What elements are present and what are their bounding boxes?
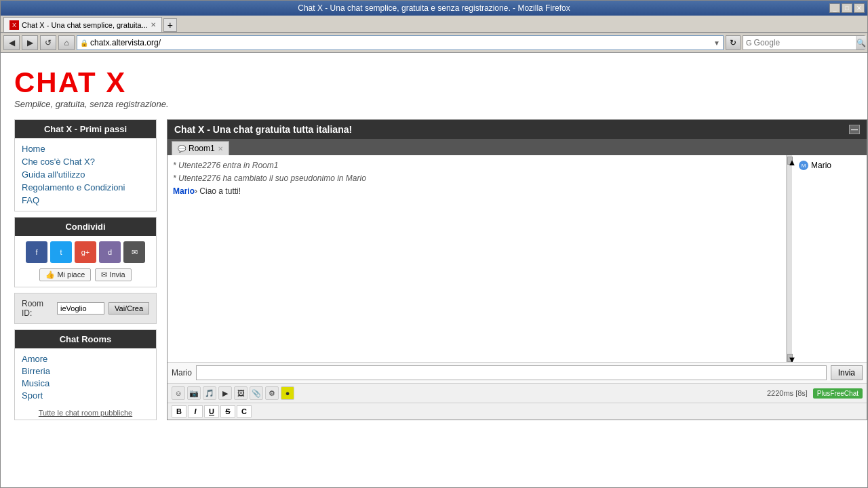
chat-status-area: 2220ms [8s] PlusFreeChat bbox=[767, 388, 863, 399]
chat-window: Chat X - Una chat gratuita tutta italian… bbox=[167, 119, 867, 420]
chat-input-area: Mario Invia bbox=[167, 362, 867, 383]
chat-username-label: Mario bbox=[172, 368, 192, 378]
chat-titlebar: Chat X - Una chat gratuita tutta italian… bbox=[167, 120, 867, 139]
tab-close-icon[interactable]: ✕ bbox=[151, 21, 156, 28]
site-title: CHAT X bbox=[14, 66, 169, 99]
free-chat-badge: PlusFreeChat bbox=[813, 388, 863, 399]
condividi-buttons: 👍 Mi piace ✉ Invia bbox=[15, 268, 156, 287]
tool-attach-icon[interactable]: 📎 bbox=[250, 386, 263, 400]
restore-button[interactable]: □ bbox=[842, 3, 852, 13]
site-subtitle: Semplice, gratuita, senza registrazione. bbox=[14, 99, 169, 109]
room-id-input[interactable] bbox=[57, 302, 104, 314]
chat-scrollbar[interactable]: ▲ ▼ bbox=[787, 155, 792, 362]
username-mario: Mario bbox=[811, 161, 831, 170]
sidebar: Chat X - Primi passi Home Che cos'è Chat… bbox=[14, 119, 157, 420]
room-sport[interactable]: Sport bbox=[22, 390, 149, 401]
googleplus-icon[interactable]: g+ bbox=[75, 241, 96, 263]
address-reload-button[interactable]: ↻ bbox=[726, 35, 741, 50]
new-tab-button[interactable]: + bbox=[163, 18, 177, 32]
sidebar-section-primipassi: Chat X - Primi passi Home Che cos'è Chat… bbox=[14, 119, 157, 211]
format-code-button[interactable]: C bbox=[237, 405, 252, 418]
forward-button[interactable]: ▶ bbox=[22, 35, 38, 50]
chat-tools-left: ☺ 📷 🎵 ▶ 🖼 📎 ⚙ ● bbox=[172, 386, 294, 400]
sidebar-item-home[interactable]: Home bbox=[22, 144, 149, 154]
search-bar[interactable]: G 🔍 bbox=[743, 35, 865, 50]
share-email-icon[interactable]: ✉ bbox=[123, 241, 145, 263]
vai-crea-button[interactable]: Vai/Crea bbox=[108, 302, 149, 314]
chat-tab-icon: 💬 bbox=[178, 145, 186, 152]
tool-audio-icon[interactable]: 🎵 bbox=[203, 386, 216, 400]
condividi-icons: f t g+ d ✉ bbox=[15, 236, 156, 268]
chat-toolbar: ☺ 📷 🎵 ▶ 🖼 📎 ⚙ ● 2220ms [8s] bbox=[167, 383, 867, 403]
page-content: CHAT X Semplice, gratuita, senza registr… bbox=[1, 53, 867, 487]
room-id-label: Room ID: bbox=[22, 299, 53, 318]
title-bar: Chat X - Una chat semplice, gratuita e s… bbox=[1, 1, 867, 16]
format-underline-button[interactable]: U bbox=[204, 405, 219, 418]
window-title: Chat X - Una chat semplice, gratuita e s… bbox=[6, 3, 862, 13]
chat-tabs: 💬 Room1 ✕ bbox=[167, 139, 867, 155]
sidebar-item-guida[interactable]: Guida all'utilizzo bbox=[22, 169, 149, 180]
chat-body: * Utente2276 entra in Room1 * Utente2276… bbox=[167, 155, 867, 362]
page-inner: CHAT X Semplice, gratuita, senza registr… bbox=[1, 53, 867, 487]
chat-message-system-2: * Utente2276 ha cambiato il suo pseudoni… bbox=[173, 172, 781, 185]
room-musica[interactable]: Musica bbox=[22, 378, 149, 388]
address-icon: 🔒 bbox=[80, 39, 88, 47]
invia-button[interactable]: ✉ Invia bbox=[95, 268, 131, 281]
home-button[interactable]: ⌂ bbox=[58, 35, 75, 50]
back-button[interactable]: ◀ bbox=[3, 35, 20, 50]
format-italic-button[interactable]: I bbox=[188, 405, 203, 418]
chat-message-system-1: * Utente2276 entra in Room1 bbox=[173, 159, 781, 172]
format-strike-button[interactable]: S bbox=[220, 405, 235, 418]
primipassi-nav: Home Che cos'è Chat X? Guida all'utilizz… bbox=[15, 138, 156, 211]
format-bold-button[interactable]: B bbox=[172, 405, 186, 418]
chat-window-title: Chat X - Una chat gratuita tutta italian… bbox=[174, 124, 352, 135]
site-header: CHAT X Semplice, gratuita, senza registr… bbox=[14, 66, 169, 109]
chat-message-input[interactable] bbox=[196, 365, 827, 380]
primipassi-header: Chat X - Primi passi bbox=[15, 120, 156, 138]
chat-tab-label: Room1 bbox=[189, 144, 215, 153]
sidebar-item-checose[interactable]: Che cos'è Chat X? bbox=[22, 157, 149, 167]
chat-user-mario: M Mario bbox=[796, 159, 863, 171]
tab-bar: X Chat X - Una chat semplice, gratuita..… bbox=[1, 16, 867, 33]
tool-smiley-icon[interactable]: ☺ bbox=[172, 386, 185, 400]
reload-button[interactable]: ↺ bbox=[40, 35, 56, 50]
tool-camera-icon[interactable]: 📷 bbox=[187, 386, 201, 400]
sidebar-item-faq[interactable]: FAQ bbox=[22, 195, 149, 205]
twitter-icon[interactable]: t bbox=[50, 241, 72, 263]
window-controls: _ □ ✕ bbox=[829, 3, 865, 13]
tool-video-icon[interactable]: ▶ bbox=[218, 386, 232, 400]
chat-messages: * Utente2276 entra in Room1 * Utente2276… bbox=[167, 155, 787, 362]
chat-message-user-1: Mario› Ciao a tutti! bbox=[173, 185, 781, 198]
tool-settings-icon[interactable]: ⚙ bbox=[265, 386, 279, 400]
search-button[interactable]: 🔍 bbox=[856, 36, 866, 49]
room-id-section: Room ID: Vai/Crea bbox=[14, 293, 157, 324]
browser-tab[interactable]: X Chat X - Una chat semplice, gratuita..… bbox=[3, 17, 162, 32]
tool-image-icon[interactable]: 🖼 bbox=[234, 386, 248, 400]
tab-label: Chat X - Una chat semplice, gratuita... bbox=[22, 21, 148, 29]
rooms-all-link[interactable]: Tutte le chat room pubbliche bbox=[15, 406, 156, 420]
sidebar-section-chatrooms: Chat Rooms Amore Birreria Musica Sport T… bbox=[14, 329, 157, 420]
facebook-icon[interactable]: f bbox=[26, 241, 47, 263]
chat-minimize-button[interactable]: — bbox=[849, 125, 860, 134]
sidebar-section-condividi: Condividi f t g+ d ✉ 👍 Mi piace ✉ Invia bbox=[14, 217, 157, 287]
toolbar: ◀ ▶ ↺ ⌂ 🔒 ▼ ↻ G 🔍 bbox=[1, 33, 867, 53]
address-input[interactable] bbox=[90, 38, 713, 47]
browser-window: Chat X - Una chat semplice, gratuita e s… bbox=[0, 0, 868, 488]
room-birreria[interactable]: Birreria bbox=[22, 366, 149, 376]
address-dropdown-icon[interactable]: ▼ bbox=[713, 39, 720, 47]
chat-send-button[interactable]: Invia bbox=[831, 365, 863, 380]
chat-tab-close-icon[interactable]: ✕ bbox=[218, 145, 223, 152]
address-bar[interactable]: 🔒 ▼ bbox=[77, 35, 724, 50]
search-input[interactable] bbox=[754, 38, 856, 47]
close-button[interactable]: ✕ bbox=[854, 3, 865, 13]
title-text-black: CHAT bbox=[14, 66, 106, 98]
tool-yellow-dot[interactable]: ● bbox=[281, 386, 294, 400]
delicious-icon[interactable]: d bbox=[99, 241, 121, 263]
condividi-header: Condividi bbox=[15, 218, 156, 236]
chat-tab-room1[interactable]: 💬 Room1 ✕ bbox=[172, 141, 229, 155]
minimize-button[interactable]: _ bbox=[829, 3, 840, 13]
mi-piace-button[interactable]: 👍 Mi piace bbox=[39, 268, 91, 281]
room-amore[interactable]: Amore bbox=[22, 354, 149, 364]
sidebar-item-regolamento[interactable]: Regolamento e Condizioni bbox=[22, 182, 149, 192]
chat-users-list: M Mario bbox=[792, 155, 867, 362]
